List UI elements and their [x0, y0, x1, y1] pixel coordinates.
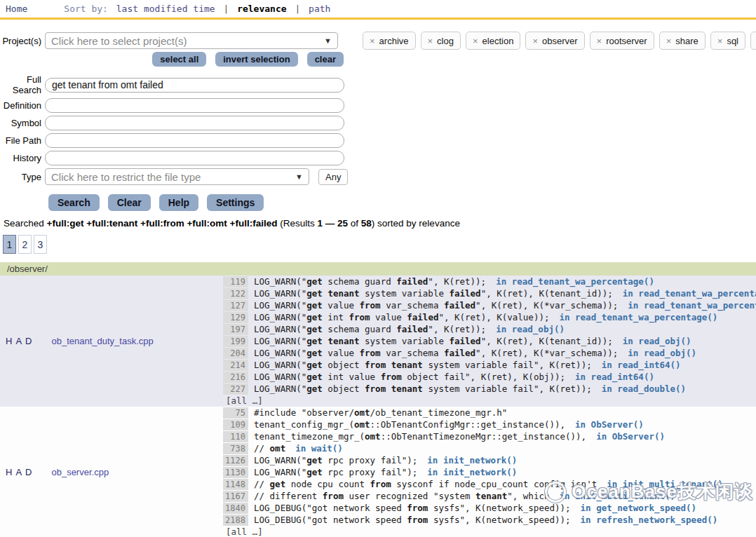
remove-project-icon[interactable]: × [370, 36, 375, 46]
line-number-link[interactable]: 199 [223, 336, 248, 347]
scope-link[interactable]: in read_tenant_wa_percentage() [559, 312, 717, 322]
scope-link[interactable]: in wait() [295, 443, 343, 454]
scope-link[interactable]: in get_network_speed() [581, 503, 697, 513]
line-number-link[interactable]: 204 [223, 348, 248, 359]
scope-link[interactable]: in read_tenant_wa_percentage() [496, 276, 654, 287]
code-line[interactable]: 216LOG_WARN("get int value from object f… [223, 371, 756, 383]
remove-project-icon[interactable]: × [717, 36, 723, 46]
code-line[interactable]: 129LOG_WARN("get int from value failed",… [223, 311, 756, 323]
code-line[interactable]: 227LOG_WARN("get object from tenant syst… [223, 383, 756, 395]
select-all-button[interactable]: select all [152, 52, 206, 67]
line-number-link[interactable]: 738 [223, 443, 248, 454]
line-number-link[interactable]: 109 [223, 419, 248, 430]
page-3[interactable]: 3 [34, 235, 47, 254]
scope-link[interactable]: in ObServer() [596, 431, 665, 442]
line-number-link[interactable]: 1840 [223, 503, 248, 514]
sort-option-relevance[interactable]: relevance [237, 4, 286, 14]
file-name-link[interactable]: ob_tenant_duty_task.cpp [51, 336, 153, 346]
code-line[interactable]: 197LOG_WARN("get schema guard failed", K… [223, 323, 756, 335]
remove-project-icon[interactable]: × [473, 36, 478, 46]
line-number-link[interactable]: 129 [223, 312, 248, 323]
code-line[interactable]: 1130LOG_WARN("get rpc proxy fail");in in… [223, 466, 756, 478]
code-line[interactable]: 75#include "observer/omt/ob_tenant_timez… [223, 407, 756, 419]
file-name-link[interactable]: ob_server.cpp [51, 467, 109, 477]
code-line[interactable]: 204LOG_WARN("get value from var_schema f… [223, 347, 756, 359]
help-button[interactable]: Help [159, 194, 198, 211]
file-path-input[interactable] [45, 133, 344, 148]
project-chip-archive[interactable]: ×archive [363, 32, 416, 50]
search-button[interactable]: Search [48, 194, 100, 211]
code-line[interactable]: 109tenant_config_mgr_(omt::ObTenantConfi… [223, 419, 756, 430]
file-type-select[interactable]: Click here to restrict the file type ▼ [45, 168, 309, 185]
code-line[interactable]: 2188LOG_DEBUG("got network speed from sy… [223, 514, 756, 526]
clear-button[interactable]: Clear [108, 194, 151, 211]
file-link-a[interactable]: A [15, 336, 22, 346]
remove-project-icon[interactable]: × [428, 36, 433, 46]
code-line[interactable]: 199LOG_WARN("get tenant system variable … [223, 335, 756, 347]
line-number-link[interactable]: 216 [223, 372, 248, 383]
code-line[interactable]: 122LOG_WARN("get tenant system variable … [223, 287, 756, 299]
code-line[interactable]: 1167// different from user recognized "s… [223, 490, 756, 502]
line-number-link[interactable]: 122 [223, 288, 248, 299]
line-number-link[interactable]: 1130 [223, 467, 248, 478]
line-number-link[interactable]: 119 [223, 276, 248, 287]
settings-button[interactable]: Settings [207, 194, 264, 211]
sort-option-last-modified-time[interactable]: last modified time [116, 4, 215, 14]
line-number-link[interactable]: 1126 [223, 455, 248, 466]
scope-link[interactable]: in read_int64() [602, 360, 681, 370]
line-number-link[interactable]: 1148 [223, 479, 248, 490]
project-chip-election[interactable]: ×election [466, 32, 520, 50]
line-number-link[interactable]: 110 [223, 431, 248, 442]
sort-option-path[interactable]: path [309, 4, 330, 14]
scope-link[interactable]: in ObServer() [575, 419, 644, 430]
line-number-link[interactable]: 197 [223, 324, 248, 335]
show-all-link[interactable]: [all …] [223, 395, 756, 407]
project-select[interactable]: Click here to select project(s) ▼ [45, 32, 338, 49]
remove-project-icon[interactable]: × [532, 36, 538, 46]
project-chip-sql[interactable]: ×sql [710, 32, 745, 50]
invert-selection-button[interactable]: invert selection [215, 52, 297, 67]
line-number-link[interactable]: 227 [223, 383, 248, 395]
scope-link[interactable]: in read_obj() [623, 336, 691, 346]
scope-link[interactable]: in init_multi_tenant() [607, 479, 723, 489]
line-number-link[interactable]: 127 [223, 300, 248, 311]
line-number-link[interactable]: 1167 [223, 491, 248, 502]
scope-link[interactable]: in read_int64() [575, 372, 654, 382]
line-number-link[interactable]: 2188 [223, 515, 248, 526]
code-line[interactable]: 127LOG_WARN("get value from var_schema f… [223, 299, 756, 311]
definition-input[interactable] [45, 98, 344, 113]
file-link-h[interactable]: H [6, 336, 12, 346]
scope-link[interactable]: in refresh_network_speed() [581, 515, 718, 525]
code-line[interactable]: 110tenant_timezone_mgr_(omt::ObTenantTim… [223, 430, 756, 442]
file-link-d[interactable]: D [25, 336, 32, 346]
file-link-a[interactable]: A [15, 467, 22, 477]
project-chip-share[interactable]: ×share [659, 32, 706, 50]
scope-link[interactable]: in read_tenant_wa_percentage() [628, 300, 756, 311]
home-link[interactable]: Home [6, 4, 27, 14]
project-chip-observer[interactable]: ×observer [525, 32, 584, 50]
project-chip-rootserver[interactable]: ×rootserver [590, 32, 654, 50]
page-1[interactable]: 1 [3, 235, 16, 254]
any-type-button[interactable]: Any [318, 169, 348, 185]
code-line[interactable]: 1148// get node cpu count from sysconf i… [223, 478, 756, 490]
show-all-link[interactable]: [all …] [223, 526, 756, 537]
file-link-h[interactable]: H [6, 467, 12, 477]
code-line[interactable]: 1840LOG_DEBUG("got network speed from sy… [223, 502, 756, 514]
scope-link[interactable]: in read_double() [602, 383, 686, 394]
code-line[interactable]: 119LOG_WARN("get schema guard failed", K… [223, 276, 756, 287]
scope-link[interactable]: in init_network() [427, 467, 517, 477]
code-line[interactable]: 1126LOG_WARN("get rpc proxy fail");in in… [223, 454, 756, 466]
code-line[interactable]: 738// omtin wait() [223, 442, 756, 454]
project-chip-clog[interactable]: ×clog [421, 32, 461, 50]
remove-project-icon[interactable]: × [597, 36, 602, 46]
scope-link[interactable]: in read_obj() [628, 348, 696, 358]
code-line[interactable]: 214LOG_WARN("get object from tenant syst… [223, 359, 756, 371]
clear-button[interactable]: clear [307, 52, 344, 67]
remove-project-icon[interactable]: × [666, 36, 672, 46]
directory-link[interactable]: /observer/ [7, 264, 48, 274]
scope-link[interactable]: in read_obj() [496, 324, 565, 334]
scope-link[interactable]: in read_tenant_wa_percentage() [623, 288, 756, 299]
scope-link[interactable]: in init_network() [427, 455, 517, 465]
line-number-link[interactable]: 214 [223, 360, 248, 371]
project-chip-storage[interactable]: ×storage [750, 32, 756, 50]
